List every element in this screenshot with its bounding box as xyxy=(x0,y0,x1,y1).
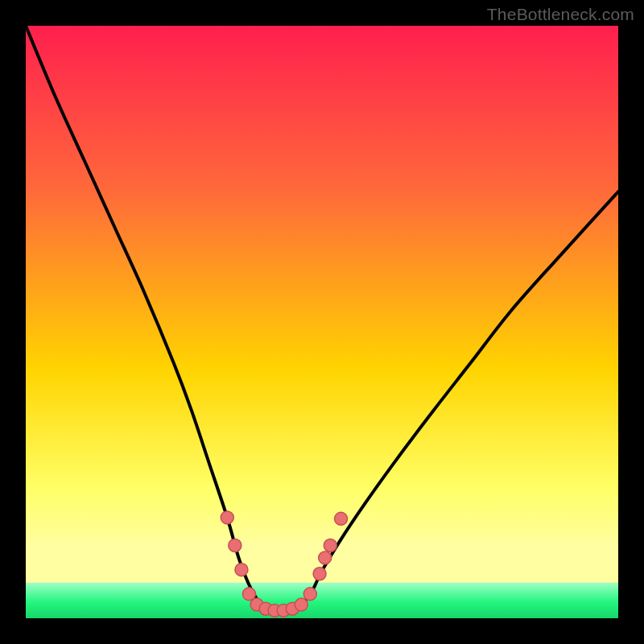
green-band xyxy=(26,583,618,618)
marker-dot xyxy=(229,539,242,551)
marker-dot xyxy=(221,511,233,524)
marker-dot xyxy=(324,539,336,551)
chart-stage: TheBottleneck.com xyxy=(0,0,644,644)
marker-dot xyxy=(235,564,248,576)
marker-dot xyxy=(335,512,348,525)
marker-dot xyxy=(319,551,332,564)
gradient-background xyxy=(26,26,618,618)
bottleneck-chart xyxy=(0,0,644,644)
marker-dot xyxy=(303,588,316,601)
plot-area xyxy=(26,26,618,618)
watermark-text: TheBottleneck.com xyxy=(487,5,634,24)
marker-dot xyxy=(295,598,308,611)
marker-dot xyxy=(313,568,326,580)
